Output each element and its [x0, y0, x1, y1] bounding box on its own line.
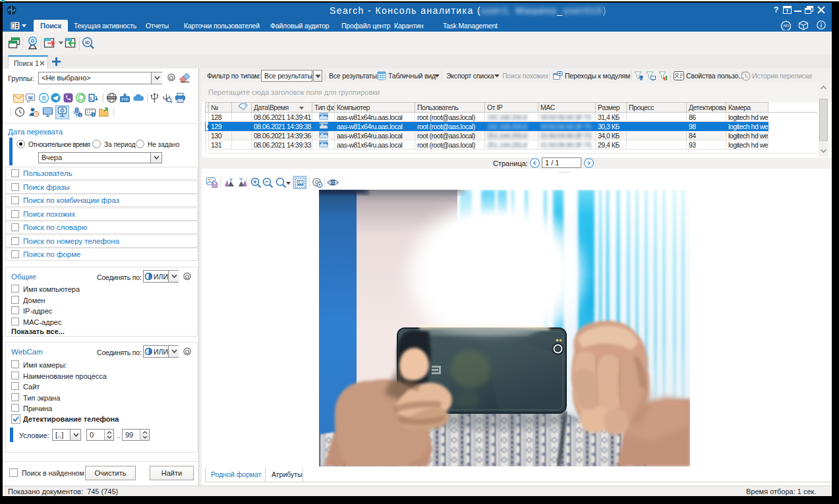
svg-text:L: L [90, 96, 94, 101]
svg-text:S: S [42, 94, 45, 101]
svg-text:FTP: FTP [121, 98, 129, 101]
svg-text:AFI: AFI [783, 24, 789, 28]
svg-text:ID: ID [85, 40, 90, 45]
svg-text:IM: IM [28, 96, 32, 100]
svg-text:HTTP: HTTP [108, 96, 116, 99]
